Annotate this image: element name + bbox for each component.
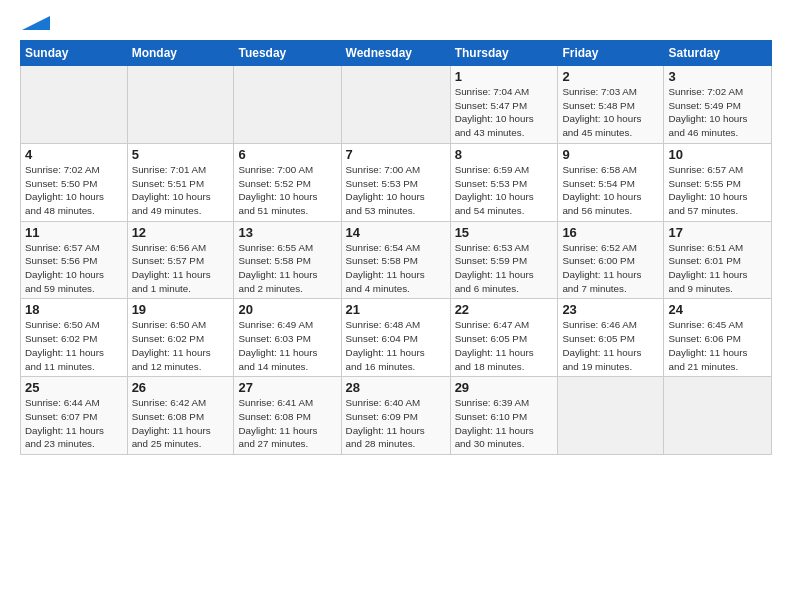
calendar-cell: 6Sunrise: 7:00 AM Sunset: 5:52 PM Daylig… xyxy=(234,143,341,221)
calendar-cell: 10Sunrise: 6:57 AM Sunset: 5:55 PM Dayli… xyxy=(664,143,772,221)
col-header-sunday: Sunday xyxy=(21,41,128,66)
header xyxy=(20,16,772,30)
calendar-cell: 2Sunrise: 7:03 AM Sunset: 5:48 PM Daylig… xyxy=(558,66,664,144)
day-info: Sunrise: 6:51 AM Sunset: 6:01 PM Dayligh… xyxy=(668,241,767,296)
day-info: Sunrise: 7:03 AM Sunset: 5:48 PM Dayligh… xyxy=(562,85,659,140)
calendar-cell: 11Sunrise: 6:57 AM Sunset: 5:56 PM Dayli… xyxy=(21,221,128,299)
col-header-monday: Monday xyxy=(127,41,234,66)
col-header-thursday: Thursday xyxy=(450,41,558,66)
day-number: 20 xyxy=(238,302,336,317)
calendar-cell: 19Sunrise: 6:50 AM Sunset: 6:02 PM Dayli… xyxy=(127,299,234,377)
calendar-cell: 16Sunrise: 6:52 AM Sunset: 6:00 PM Dayli… xyxy=(558,221,664,299)
day-number: 15 xyxy=(455,225,554,240)
week-row-4: 18Sunrise: 6:50 AM Sunset: 6:02 PM Dayli… xyxy=(21,299,772,377)
calendar-cell: 27Sunrise: 6:41 AM Sunset: 6:08 PM Dayli… xyxy=(234,377,341,455)
col-header-wednesday: Wednesday xyxy=(341,41,450,66)
calendar-cell: 15Sunrise: 6:53 AM Sunset: 5:59 PM Dayli… xyxy=(450,221,558,299)
day-info: Sunrise: 7:01 AM Sunset: 5:51 PM Dayligh… xyxy=(132,163,230,218)
calendar-cell: 1Sunrise: 7:04 AM Sunset: 5:47 PM Daylig… xyxy=(450,66,558,144)
day-number: 23 xyxy=(562,302,659,317)
calendar-cell: 21Sunrise: 6:48 AM Sunset: 6:04 PM Dayli… xyxy=(341,299,450,377)
day-number: 2 xyxy=(562,69,659,84)
day-number: 11 xyxy=(25,225,123,240)
day-number: 4 xyxy=(25,147,123,162)
calendar-cell xyxy=(341,66,450,144)
day-number: 8 xyxy=(455,147,554,162)
day-number: 18 xyxy=(25,302,123,317)
col-header-tuesday: Tuesday xyxy=(234,41,341,66)
day-info: Sunrise: 6:50 AM Sunset: 6:02 PM Dayligh… xyxy=(132,318,230,373)
day-info: Sunrise: 6:49 AM Sunset: 6:03 PM Dayligh… xyxy=(238,318,336,373)
day-info: Sunrise: 6:52 AM Sunset: 6:00 PM Dayligh… xyxy=(562,241,659,296)
calendar-cell: 8Sunrise: 6:59 AM Sunset: 5:53 PM Daylig… xyxy=(450,143,558,221)
col-header-friday: Friday xyxy=(558,41,664,66)
day-info: Sunrise: 6:39 AM Sunset: 6:10 PM Dayligh… xyxy=(455,396,554,451)
day-number: 25 xyxy=(25,380,123,395)
day-number: 5 xyxy=(132,147,230,162)
day-info: Sunrise: 6:56 AM Sunset: 5:57 PM Dayligh… xyxy=(132,241,230,296)
day-info: Sunrise: 7:00 AM Sunset: 5:52 PM Dayligh… xyxy=(238,163,336,218)
day-number: 14 xyxy=(346,225,446,240)
calendar-cell: 26Sunrise: 6:42 AM Sunset: 6:08 PM Dayli… xyxy=(127,377,234,455)
calendar-table: SundayMondayTuesdayWednesdayThursdayFrid… xyxy=(20,40,772,455)
day-info: Sunrise: 6:48 AM Sunset: 6:04 PM Dayligh… xyxy=(346,318,446,373)
day-info: Sunrise: 6:45 AM Sunset: 6:06 PM Dayligh… xyxy=(668,318,767,373)
logo xyxy=(20,20,50,30)
day-info: Sunrise: 6:42 AM Sunset: 6:08 PM Dayligh… xyxy=(132,396,230,451)
calendar-cell xyxy=(664,377,772,455)
calendar-cell: 3Sunrise: 7:02 AM Sunset: 5:49 PM Daylig… xyxy=(664,66,772,144)
calendar-cell xyxy=(127,66,234,144)
calendar-cell: 20Sunrise: 6:49 AM Sunset: 6:03 PM Dayli… xyxy=(234,299,341,377)
day-number: 28 xyxy=(346,380,446,395)
calendar-cell: 25Sunrise: 6:44 AM Sunset: 6:07 PM Dayli… xyxy=(21,377,128,455)
day-info: Sunrise: 6:57 AM Sunset: 5:55 PM Dayligh… xyxy=(668,163,767,218)
day-info: Sunrise: 6:50 AM Sunset: 6:02 PM Dayligh… xyxy=(25,318,123,373)
calendar-cell: 28Sunrise: 6:40 AM Sunset: 6:09 PM Dayli… xyxy=(341,377,450,455)
calendar-cell: 23Sunrise: 6:46 AM Sunset: 6:05 PM Dayli… xyxy=(558,299,664,377)
day-info: Sunrise: 6:53 AM Sunset: 5:59 PM Dayligh… xyxy=(455,241,554,296)
week-row-1: 1Sunrise: 7:04 AM Sunset: 5:47 PM Daylig… xyxy=(21,66,772,144)
day-info: Sunrise: 7:02 AM Sunset: 5:49 PM Dayligh… xyxy=(668,85,767,140)
day-number: 10 xyxy=(668,147,767,162)
col-header-saturday: Saturday xyxy=(664,41,772,66)
calendar-cell: 7Sunrise: 7:00 AM Sunset: 5:53 PM Daylig… xyxy=(341,143,450,221)
calendar-cell: 5Sunrise: 7:01 AM Sunset: 5:51 PM Daylig… xyxy=(127,143,234,221)
day-number: 7 xyxy=(346,147,446,162)
day-number: 22 xyxy=(455,302,554,317)
week-row-2: 4Sunrise: 7:02 AM Sunset: 5:50 PM Daylig… xyxy=(21,143,772,221)
day-info: Sunrise: 6:55 AM Sunset: 5:58 PM Dayligh… xyxy=(238,241,336,296)
calendar-cell: 14Sunrise: 6:54 AM Sunset: 5:58 PM Dayli… xyxy=(341,221,450,299)
calendar-cell: 29Sunrise: 6:39 AM Sunset: 6:10 PM Dayli… xyxy=(450,377,558,455)
day-info: Sunrise: 6:59 AM Sunset: 5:53 PM Dayligh… xyxy=(455,163,554,218)
day-info: Sunrise: 6:57 AM Sunset: 5:56 PM Dayligh… xyxy=(25,241,123,296)
page: SundayMondayTuesdayWednesdayThursdayFrid… xyxy=(0,0,792,465)
day-number: 3 xyxy=(668,69,767,84)
day-info: Sunrise: 6:58 AM Sunset: 5:54 PM Dayligh… xyxy=(562,163,659,218)
day-number: 19 xyxy=(132,302,230,317)
week-row-5: 25Sunrise: 6:44 AM Sunset: 6:07 PM Dayli… xyxy=(21,377,772,455)
day-info: Sunrise: 6:46 AM Sunset: 6:05 PM Dayligh… xyxy=(562,318,659,373)
calendar-cell: 13Sunrise: 6:55 AM Sunset: 5:58 PM Dayli… xyxy=(234,221,341,299)
calendar-cell: 18Sunrise: 6:50 AM Sunset: 6:02 PM Dayli… xyxy=(21,299,128,377)
header-row: SundayMondayTuesdayWednesdayThursdayFrid… xyxy=(21,41,772,66)
calendar-cell xyxy=(21,66,128,144)
day-number: 6 xyxy=(238,147,336,162)
day-number: 26 xyxy=(132,380,230,395)
day-info: Sunrise: 6:47 AM Sunset: 6:05 PM Dayligh… xyxy=(455,318,554,373)
day-info: Sunrise: 6:54 AM Sunset: 5:58 PM Dayligh… xyxy=(346,241,446,296)
day-info: Sunrise: 6:41 AM Sunset: 6:08 PM Dayligh… xyxy=(238,396,336,451)
calendar-cell: 22Sunrise: 6:47 AM Sunset: 6:05 PM Dayli… xyxy=(450,299,558,377)
calendar-cell: 4Sunrise: 7:02 AM Sunset: 5:50 PM Daylig… xyxy=(21,143,128,221)
calendar-cell: 12Sunrise: 6:56 AM Sunset: 5:57 PM Dayli… xyxy=(127,221,234,299)
calendar-cell: 24Sunrise: 6:45 AM Sunset: 6:06 PM Dayli… xyxy=(664,299,772,377)
day-info: Sunrise: 7:04 AM Sunset: 5:47 PM Dayligh… xyxy=(455,85,554,140)
day-number: 1 xyxy=(455,69,554,84)
calendar-cell: 9Sunrise: 6:58 AM Sunset: 5:54 PM Daylig… xyxy=(558,143,664,221)
week-row-3: 11Sunrise: 6:57 AM Sunset: 5:56 PM Dayli… xyxy=(21,221,772,299)
calendar-cell xyxy=(558,377,664,455)
svg-marker-0 xyxy=(22,16,50,30)
day-info: Sunrise: 6:44 AM Sunset: 6:07 PM Dayligh… xyxy=(25,396,123,451)
day-info: Sunrise: 7:02 AM Sunset: 5:50 PM Dayligh… xyxy=(25,163,123,218)
day-number: 13 xyxy=(238,225,336,240)
day-number: 9 xyxy=(562,147,659,162)
